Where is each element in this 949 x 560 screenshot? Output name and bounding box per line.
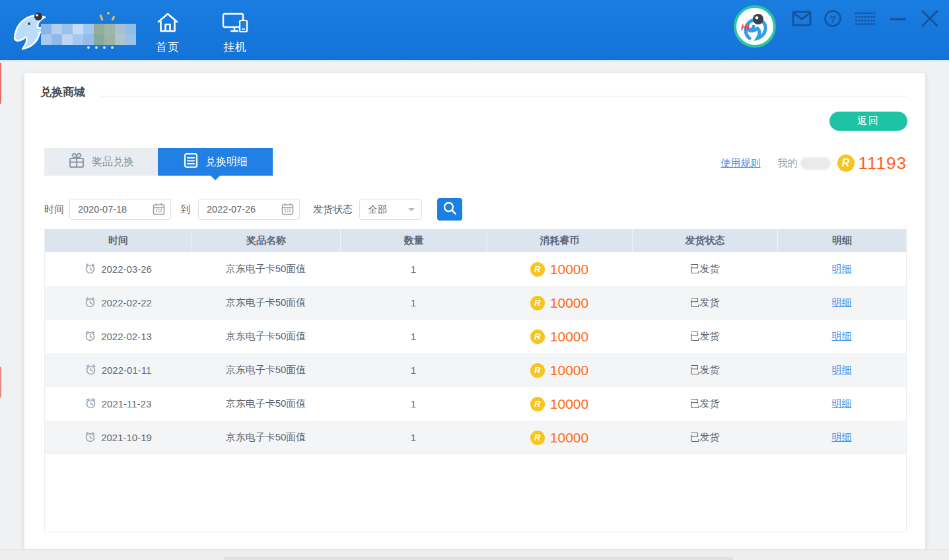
- col-header-status: 发货状态: [632, 229, 777, 252]
- row-qty: 1: [340, 286, 487, 320]
- app-window: 首页 挂机 Hi: [0, 0, 949, 560]
- row-qty: 1: [340, 320, 487, 353]
- sparkle-icon: [107, 12, 110, 15]
- date-from-field[interactable]: [69, 199, 171, 220]
- main-nav: 首页 挂机: [147, 0, 256, 61]
- menu-icon[interactable]: [854, 11, 876, 26]
- close-icon[interactable]: [920, 9, 940, 28]
- page-title: 兑换商城: [40, 85, 85, 100]
- tab-bar: 奖品兑换 兑换明细: [44, 148, 273, 176]
- svg-text:Hi: Hi: [741, 22, 750, 32]
- clock-icon: [85, 263, 96, 276]
- content-card: 兑换商城 返回 奖品兑换: [24, 73, 926, 549]
- detail-link[interactable]: 明细: [832, 297, 852, 309]
- row-prize: 京东电子卡50面值: [192, 421, 340, 454]
- exchange-table: 时间 奖品名称 数量 消耗睿币 发货状态 明细 2022-03-26 京东电子卡…: [44, 229, 907, 532]
- search-button[interactable]: [437, 198, 462, 221]
- coin-icon: R: [530, 397, 545, 411]
- row-prize: 京东电子卡50面值: [192, 320, 340, 353]
- table-row: 2021-10-19 京东电子卡50面值 1 R 10000 已发货 明细: [45, 421, 906, 454]
- censored-logo-text: [41, 24, 136, 45]
- row-cost: 10000: [550, 430, 588, 446]
- calendar-icon[interactable]: [153, 203, 165, 218]
- background-bar: [225, 557, 733, 560]
- help-icon[interactable]: ?: [824, 9, 842, 28]
- minimize-icon[interactable]: [888, 11, 908, 26]
- row-date: 2022-03-26: [101, 263, 152, 275]
- titlebar: 首页 挂机 Hi: [0, 0, 949, 61]
- row-date: 2022-01-11: [102, 365, 152, 376]
- row-qty: 1: [340, 421, 487, 454]
- coin-icon: R: [530, 330, 545, 344]
- row-prize: 京东电子卡50面值: [192, 286, 340, 320]
- app-logo: [9, 5, 141, 55]
- row-qty: 1: [340, 252, 487, 286]
- logo-dots: [87, 46, 114, 49]
- detail-link[interactable]: 明细: [832, 364, 852, 376]
- col-header-prize: 奖品名称: [192, 229, 340, 252]
- clock-icon: [85, 398, 96, 411]
- coin-icon: R: [837, 155, 855, 172]
- search-icon: [442, 201, 457, 218]
- my-label: 我的: [778, 157, 798, 170]
- row-prize: 京东电子卡50面值: [192, 252, 340, 286]
- detail-link[interactable]: 明细: [832, 263, 852, 275]
- row-status: 已发货: [632, 320, 777, 353]
- row-status: 已发货: [632, 421, 777, 454]
- col-header-cost: 消耗睿币: [487, 229, 632, 252]
- monitor-phone-icon: [221, 12, 249, 36]
- row-status: 已发货: [632, 353, 777, 387]
- tab-exchange-details-label: 兑换明细: [205, 155, 248, 169]
- detail-link[interactable]: 明细: [832, 431, 852, 444]
- list-icon: [183, 153, 199, 171]
- tab-exchange-details[interactable]: 兑换明细: [158, 148, 273, 176]
- gift-icon: [68, 152, 85, 172]
- clock-icon: [85, 330, 96, 343]
- row-prize: 京东电子卡50面值: [192, 353, 340, 387]
- clock-icon: [85, 431, 96, 444]
- censored-username: [800, 157, 831, 170]
- table-body: 2022-03-26 京东电子卡50面值 1 R 10000 已发货 明细 20…: [45, 252, 906, 454]
- tab-prize-exchange[interactable]: 奖品兑换: [44, 148, 158, 176]
- clock-icon: [85, 364, 96, 377]
- row-date: 2021-10-19: [101, 432, 152, 443]
- user-avatar[interactable]: Hi: [734, 5, 776, 48]
- calendar-icon[interactable]: [281, 203, 294, 218]
- row-cost: 10000: [550, 329, 588, 345]
- back-button[interactable]: 返回: [829, 112, 907, 131]
- time-filter-label: 时间: [44, 203, 64, 216]
- nav-home-label: 首页: [156, 40, 180, 55]
- to-label: 到: [180, 203, 190, 216]
- col-header-time: 时间: [45, 229, 192, 252]
- filter-bar: 时间 到: [44, 198, 462, 221]
- coin-icon: R: [530, 363, 545, 378]
- table-row: 2022-01-11 京东电子卡50面值 1 R 10000 已发货 明细: [45, 353, 906, 387]
- date-to-field[interactable]: [198, 199, 300, 220]
- mail-icon[interactable]: [792, 11, 812, 26]
- titlebar-icons: ?: [792, 8, 940, 29]
- sparkle-icon: [112, 16, 116, 21]
- home-icon: [156, 12, 180, 36]
- status-select-value: 全部: [368, 203, 387, 216]
- usage-rules-link[interactable]: 使用规则: [721, 157, 761, 170]
- row-status: 已发货: [632, 252, 777, 286]
- tab-prize-exchange-label: 奖品兑换: [92, 155, 134, 169]
- status-select[interactable]: 全部: [359, 199, 422, 220]
- background-artifact: [0, 367, 1, 398]
- nav-item-home[interactable]: 首页: [147, 0, 189, 61]
- row-qty: 1: [340, 353, 487, 387]
- nav-idle-label: 挂机: [223, 40, 247, 55]
- detail-link[interactable]: 明细: [832, 330, 852, 343]
- chevron-down-icon: [408, 208, 415, 215]
- row-cost: 10000: [550, 295, 588, 311]
- row-cost: 10000: [550, 396, 588, 412]
- balance-area: 使用规则 我的 R 11193: [721, 153, 907, 174]
- status-filter-label: 发货状态: [313, 203, 353, 216]
- row-prize: 京东电子卡50面值: [192, 387, 340, 421]
- nav-item-idle[interactable]: 挂机: [214, 0, 256, 61]
- coin-icon: R: [530, 262, 545, 277]
- detail-link[interactable]: 明细: [832, 398, 852, 410]
- title-divider: [100, 96, 907, 96]
- table-row: 2021-11-23 京东电子卡50面值 1 R 10000 已发货 明细: [45, 387, 906, 421]
- clock-icon: [85, 297, 96, 310]
